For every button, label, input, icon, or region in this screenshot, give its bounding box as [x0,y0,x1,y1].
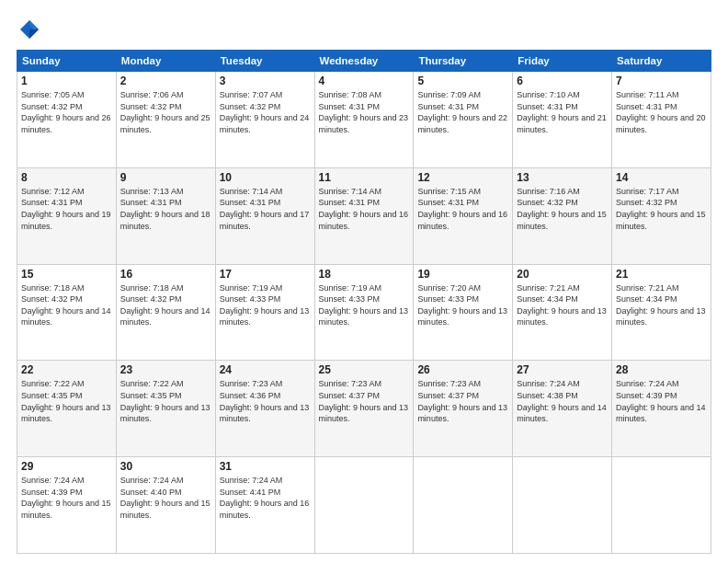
day-info: Sunrise: 7:23 AMSunset: 4:36 PMDaylight:… [220,378,311,424]
calendar-week-2: 8Sunrise: 7:12 AMSunset: 4:31 PMDaylight… [17,167,711,264]
day-info: Sunrise: 7:11 AMSunset: 4:31 PMDaylight:… [616,89,707,135]
calendar-cell: 2Sunrise: 7:06 AMSunset: 4:32 PMDaylight… [116,72,215,168]
weekday-header-thursday: Thursday [414,51,513,72]
calendar-cell: 23Sunrise: 7:22 AMSunset: 4:35 PMDayligh… [116,361,215,457]
day-info: Sunrise: 7:05 AMSunset: 4:32 PMDaylight:… [21,89,112,135]
calendar-cell: 18Sunrise: 7:19 AMSunset: 4:33 PMDayligh… [314,264,414,361]
day-number: 20 [517,268,608,281]
calendar-week-1: 1Sunrise: 7:05 AMSunset: 4:32 PMDaylight… [17,72,711,168]
day-info: Sunrise: 7:10 AMSunset: 4:31 PMDaylight:… [517,89,608,135]
calendar-cell: 22Sunrise: 7:22 AMSunset: 4:35 PMDayligh… [17,361,117,457]
day-info: Sunrise: 7:09 AMSunset: 4:31 PMDaylight:… [417,89,508,135]
calendar-cell: 26Sunrise: 7:23 AMSunset: 4:37 PMDayligh… [414,361,513,457]
calendar-cell: 25Sunrise: 7:23 AMSunset: 4:37 PMDayligh… [314,361,414,457]
calendar-cell [612,457,711,554]
calendar-cell: 10Sunrise: 7:14 AMSunset: 4:31 PMDayligh… [215,167,314,264]
day-number: 14 [616,171,707,184]
day-number: 2 [120,75,211,87]
day-number: 10 [220,171,311,184]
day-info: Sunrise: 7:23 AMSunset: 4:37 PMDaylight:… [319,378,410,424]
day-number: 5 [417,75,508,87]
calendar-cell: 12Sunrise: 7:15 AMSunset: 4:31 PMDayligh… [414,167,513,264]
day-number: 23 [120,363,211,376]
calendar-cell: 6Sunrise: 7:10 AMSunset: 4:31 PMDaylight… [513,72,612,168]
calendar-cell: 19Sunrise: 7:20 AMSunset: 4:33 PMDayligh… [414,264,513,361]
calendar-cell: 14Sunrise: 7:17 AMSunset: 4:32 PMDayligh… [612,167,711,264]
day-info: Sunrise: 7:24 AMSunset: 4:39 PMDaylight:… [616,378,707,424]
day-number: 31 [220,460,311,473]
day-number: 18 [319,268,410,281]
day-number: 17 [220,268,311,281]
calendar-cell: 5Sunrise: 7:09 AMSunset: 4:31 PMDaylight… [414,72,513,168]
day-number: 25 [319,363,410,376]
day-info: Sunrise: 7:18 AMSunset: 4:32 PMDaylight:… [120,282,211,328]
top-section [17,17,711,42]
page: SundayMondayTuesdayWednesdayThursdayFrid… [0,0,728,563]
calendar-cell: 29Sunrise: 7:24 AMSunset: 4:39 PMDayligh… [17,457,117,554]
calendar-cell: 27Sunrise: 7:24 AMSunset: 4:38 PMDayligh… [513,361,612,457]
calendar-cell: 24Sunrise: 7:23 AMSunset: 4:36 PMDayligh… [215,361,314,457]
calendar-cell: 8Sunrise: 7:12 AMSunset: 4:31 PMDaylight… [17,167,117,264]
weekday-header-sunday: Sunday [17,51,117,72]
calendar-cell: 21Sunrise: 7:21 AMSunset: 4:34 PMDayligh… [612,264,711,361]
calendar-cell: 13Sunrise: 7:16 AMSunset: 4:32 PMDayligh… [513,167,612,264]
day-info: Sunrise: 7:24 AMSunset: 4:40 PMDaylight:… [120,475,211,521]
day-number: 7 [616,75,707,87]
calendar-cell: 9Sunrise: 7:13 AMSunset: 4:31 PMDaylight… [116,167,215,264]
calendar-cell [314,457,414,554]
day-number: 19 [417,268,508,281]
day-number: 26 [417,363,508,376]
day-number: 8 [21,171,112,184]
day-info: Sunrise: 7:24 AMSunset: 4:38 PMDaylight:… [517,378,608,424]
header-row: SundayMondayTuesdayWednesdayThursdayFrid… [17,51,711,72]
day-info: Sunrise: 7:19 AMSunset: 4:33 PMDaylight:… [319,282,410,328]
day-number: 28 [616,363,707,376]
day-number: 3 [220,75,311,87]
weekday-header-monday: Monday [116,51,215,72]
day-number: 1 [21,75,112,87]
day-info: Sunrise: 7:17 AMSunset: 4:32 PMDaylight:… [616,186,707,232]
day-info: Sunrise: 7:12 AMSunset: 4:31 PMDaylight:… [21,186,112,232]
svg-marker-2 [29,29,39,39]
day-number: 24 [220,363,311,376]
day-info: Sunrise: 7:15 AMSunset: 4:31 PMDaylight:… [417,186,508,232]
calendar-cell: 11Sunrise: 7:14 AMSunset: 4:31 PMDayligh… [314,167,414,264]
logo-icon [17,17,42,42]
day-info: Sunrise: 7:20 AMSunset: 4:33 PMDaylight:… [417,282,508,328]
logo [17,17,46,42]
calendar-cell: 4Sunrise: 7:08 AMSunset: 4:31 PMDaylight… [314,72,414,168]
calendar-table: SundayMondayTuesdayWednesdayThursdayFrid… [17,50,711,554]
day-info: Sunrise: 7:14 AMSunset: 4:31 PMDaylight:… [220,186,311,232]
weekday-header-friday: Friday [513,51,612,72]
day-number: 27 [517,363,608,376]
day-info: Sunrise: 7:13 AMSunset: 4:31 PMDaylight:… [120,186,211,232]
calendar-week-3: 15Sunrise: 7:18 AMSunset: 4:32 PMDayligh… [17,264,711,361]
day-number: 9 [120,171,211,184]
day-number: 22 [21,363,112,376]
day-number: 11 [319,171,410,184]
calendar-cell: 16Sunrise: 7:18 AMSunset: 4:32 PMDayligh… [116,264,215,361]
calendar-cell: 20Sunrise: 7:21 AMSunset: 4:34 PMDayligh… [513,264,612,361]
day-number: 6 [517,75,608,87]
day-info: Sunrise: 7:19 AMSunset: 4:33 PMDaylight:… [220,282,311,328]
day-info: Sunrise: 7:07 AMSunset: 4:32 PMDaylight:… [220,89,311,135]
day-info: Sunrise: 7:24 AMSunset: 4:39 PMDaylight:… [21,475,112,521]
day-info: Sunrise: 7:18 AMSunset: 4:32 PMDaylight:… [21,282,112,328]
calendar-cell: 1Sunrise: 7:05 AMSunset: 4:32 PMDaylight… [17,72,117,168]
day-info: Sunrise: 7:16 AMSunset: 4:32 PMDaylight:… [517,186,608,232]
day-info: Sunrise: 7:23 AMSunset: 4:37 PMDaylight:… [417,378,508,424]
weekday-header-tuesday: Tuesday [215,51,314,72]
calendar-cell: 15Sunrise: 7:18 AMSunset: 4:32 PMDayligh… [17,264,117,361]
day-number: 21 [616,268,707,281]
day-info: Sunrise: 7:24 AMSunset: 4:41 PMDaylight:… [220,475,311,521]
calendar-cell [513,457,612,554]
day-number: 13 [517,171,608,184]
calendar-cell: 31Sunrise: 7:24 AMSunset: 4:41 PMDayligh… [215,457,314,554]
day-number: 16 [120,268,211,281]
day-number: 29 [21,460,112,473]
day-number: 4 [319,75,410,87]
calendar-cell [414,457,513,554]
day-number: 15 [21,268,112,281]
day-info: Sunrise: 7:21 AMSunset: 4:34 PMDaylight:… [517,282,608,328]
calendar-cell: 7Sunrise: 7:11 AMSunset: 4:31 PMDaylight… [612,72,711,168]
